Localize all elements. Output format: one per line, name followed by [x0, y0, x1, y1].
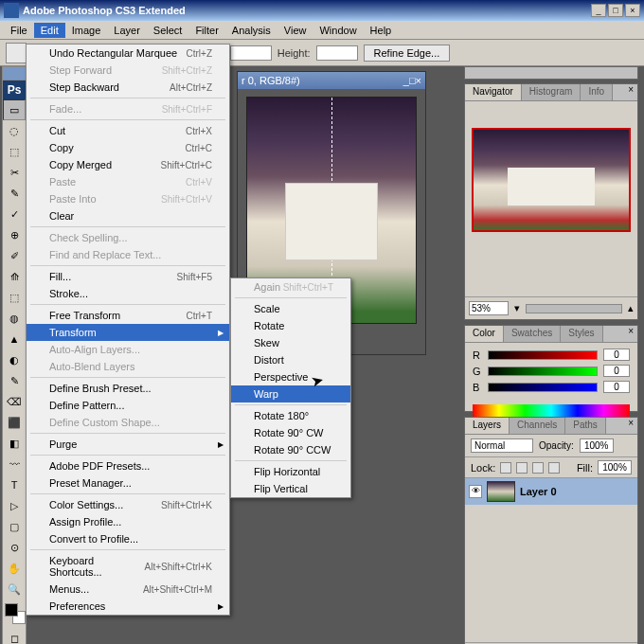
- document-titlebar[interactable]: r 0, RGB/8#) _ □ ×: [238, 72, 425, 89]
- menu-item-cut[interactable]: CutCtrl+X: [27, 122, 229, 139]
- menu-item-warp[interactable]: Warp: [231, 385, 350, 402]
- lock-transparency-icon[interactable]: [500, 462, 511, 474]
- menu-item-convert-to-profile-[interactable]: Convert to Profile...: [27, 530, 229, 547]
- menu-item-rotate[interactable]: Rotate: [231, 317, 350, 334]
- tool-7[interactable]: ✐: [3, 245, 26, 266]
- zoom-slider[interactable]: [526, 304, 622, 313]
- menu-item-fill-[interactable]: Fill...Shift+F5: [27, 268, 229, 285]
- b-value[interactable]: 0: [603, 381, 630, 393]
- visibility-icon[interactable]: 👁: [469, 485, 482, 498]
- maximize-button[interactable]: □: [608, 4, 623, 17]
- tool-12[interactable]: ◐: [3, 349, 26, 370]
- menu-item-purge[interactable]: Purge▶: [27, 436, 229, 453]
- doc-close-icon[interactable]: ×: [416, 75, 421, 86]
- panel-close-icon[interactable]: ×: [624, 84, 637, 100]
- menu-item-flip-horizontal[interactable]: Flip Horizontal: [231, 463, 350, 480]
- menu-item-step-backward[interactable]: Step BackwardAlt+Ctrl+Z: [27, 79, 229, 96]
- menu-item-transform[interactable]: Transform▶: [27, 324, 229, 341]
- width-input[interactable]: [230, 45, 272, 61]
- menu-item-define-brush-preset-[interactable]: Define Brush Preset...: [27, 380, 229, 397]
- opacity-value[interactable]: 100%: [580, 438, 614, 453]
- tool-20[interactable]: ▢: [3, 516, 26, 537]
- fill-value[interactable]: 100%: [598, 460, 632, 474]
- zoom-value[interactable]: 53%: [469, 301, 509, 315]
- menu-select[interactable]: Select: [147, 23, 189, 38]
- tool-3[interactable]: ✂: [3, 162, 26, 183]
- tab-channels[interactable]: Channels: [510, 418, 565, 434]
- menu-window[interactable]: Window: [313, 23, 363, 38]
- tool-2[interactable]: ⬚: [3, 141, 26, 162]
- lock-position-icon[interactable]: [532, 462, 544, 474]
- r-slider[interactable]: [488, 350, 598, 360]
- menu-item-color-settings-[interactable]: Color Settings...Shift+Ctrl+K: [27, 496, 229, 513]
- menu-image[interactable]: Image: [65, 23, 108, 38]
- tool-1[interactable]: ◌: [3, 120, 26, 141]
- tab-info[interactable]: Info: [581, 84, 613, 100]
- tool-23[interactable]: 🔍: [3, 579, 26, 599]
- close-button[interactable]: ×: [625, 4, 640, 17]
- foreground-color[interactable]: [5, 603, 18, 617]
- tool-15[interactable]: ⬛: [3, 412, 26, 433]
- menu-item-stroke-[interactable]: Stroke...: [27, 285, 229, 302]
- tab-styles[interactable]: Styles: [561, 326, 602, 342]
- panel-collapsed-top[interactable]: [464, 66, 638, 80]
- menu-item-assign-profile-[interactable]: Assign Profile...: [27, 513, 229, 530]
- menu-item-rotate-90-cw[interactable]: Rotate 90° CW: [231, 424, 350, 441]
- tool-21[interactable]: ⊙: [3, 537, 26, 558]
- menu-item-free-transform[interactable]: Free TransformCtrl+T: [27, 307, 229, 324]
- height-input[interactable]: [316, 45, 358, 61]
- layer-thumbnail[interactable]: [487, 481, 515, 502]
- menu-layer[interactable]: Layer: [107, 23, 147, 38]
- blend-mode-select[interactable]: Normal: [471, 438, 533, 453]
- menu-item-rotate-180-[interactable]: Rotate 180°: [231, 407, 350, 424]
- quickmask-icon[interactable]: ◻: [3, 628, 26, 644]
- tab-histogram[interactable]: Histogram: [522, 84, 581, 100]
- menu-item-preset-manager-[interactable]: Preset Manager...: [27, 474, 229, 492]
- g-slider[interactable]: [488, 367, 598, 376]
- tool-10[interactable]: ◍: [3, 308, 26, 329]
- toolbox-header[interactable]: [3, 67, 26, 80]
- tool-11[interactable]: ▲: [3, 329, 26, 349]
- menu-item-adobe-pdf-presets-[interactable]: Adobe PDF Presets...: [27, 457, 229, 474]
- layer-row[interactable]: 👁 Layer 0: [465, 478, 637, 505]
- layer-name[interactable]: Layer 0: [520, 486, 557, 497]
- menu-item-menus-[interactable]: Menus...Alt+Shift+Ctrl+M: [27, 581, 229, 598]
- menu-help[interactable]: Help: [364, 23, 399, 38]
- tool-17[interactable]: 〰: [3, 454, 26, 474]
- menu-item-rotate-90-ccw[interactable]: Rotate 90° CCW: [231, 441, 350, 458]
- color-swatches[interactable]: [5, 603, 26, 624]
- menu-item-skew[interactable]: Skew: [231, 334, 350, 351]
- tool-16[interactable]: ◧: [3, 433, 26, 454]
- tool-19[interactable]: ▷: [3, 495, 26, 516]
- menu-analysis[interactable]: Analysis: [225, 23, 277, 38]
- b-slider[interactable]: [488, 383, 598, 392]
- menu-item-copy[interactable]: CopyCtrl+C: [27, 139, 229, 156]
- menu-item-flip-vertical[interactable]: Flip Vertical: [231, 480, 350, 497]
- tool-22[interactable]: ✋: [3, 558, 26, 579]
- tool-8[interactable]: ⟰: [3, 266, 26, 287]
- refine-edge-button[interactable]: Refine Edge...: [364, 45, 451, 62]
- tab-swatches[interactable]: Swatches: [504, 326, 561, 342]
- tool-14[interactable]: ⌫: [3, 391, 26, 412]
- menu-edit[interactable]: Edit: [34, 23, 65, 38]
- lock-all-icon[interactable]: [548, 462, 560, 474]
- menu-view[interactable]: View: [277, 23, 313, 38]
- menu-item-clear[interactable]: Clear: [27, 207, 229, 224]
- color-spectrum[interactable]: [473, 404, 630, 418]
- menu-item-copy-merged[interactable]: Copy MergedShift+Ctrl+C: [27, 156, 229, 173]
- minimize-button[interactable]: _: [591, 4, 606, 17]
- tab-navigator[interactable]: Navigator: [465, 84, 522, 100]
- menu-item-perspective[interactable]: Perspective: [231, 368, 350, 385]
- navigator-thumbnail[interactable]: [472, 128, 631, 232]
- tab-paths[interactable]: Paths: [565, 418, 606, 434]
- menu-item-undo-rectangular-marquee[interactable]: Undo Rectangular MarqueeCtrl+Z: [27, 45, 229, 62]
- menu-filter[interactable]: Filter: [188, 23, 224, 38]
- tool-4[interactable]: ✎: [3, 183, 26, 204]
- menu-item-scale[interactable]: Scale: [231, 300, 350, 317]
- tool-0[interactable]: ▭: [3, 99, 26, 120]
- menu-item-distort[interactable]: Distort: [231, 351, 350, 368]
- zoom-out-icon[interactable]: ▾: [514, 302, 520, 314]
- menu-file[interactable]: File: [4, 23, 34, 38]
- tab-layers[interactable]: Layers: [465, 418, 510, 434]
- tool-5[interactable]: ✓: [3, 204, 26, 224]
